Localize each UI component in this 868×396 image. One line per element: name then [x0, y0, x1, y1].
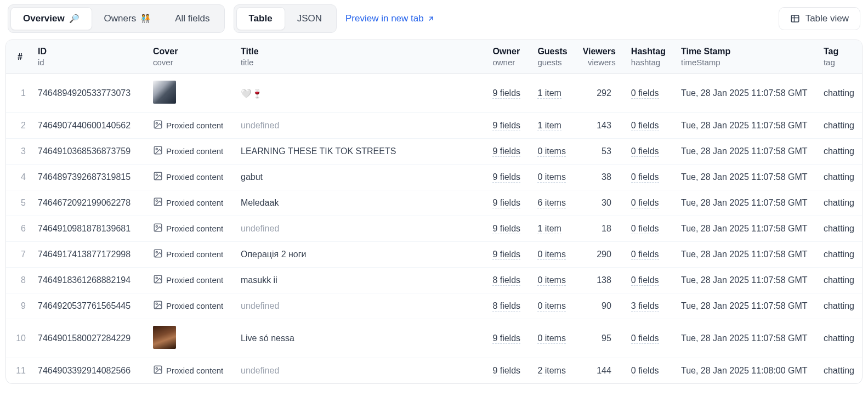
proxied-content-label: Proxied content	[166, 224, 223, 233]
hashtag-link[interactable]: 0 fields	[631, 333, 659, 344]
cell-title-text: undefined	[241, 121, 279, 130]
hashtag-link[interactable]: 3 fields	[631, 301, 659, 312]
cell-id: 7464920537761565445	[30, 293, 145, 319]
cell-guests: 0 items	[530, 319, 575, 358]
cell-viewers: 95	[575, 319, 623, 358]
column-header-id[interactable]: IDid	[30, 40, 145, 74]
owner-link[interactable]: 9 fields	[492, 88, 520, 99]
cell-guests: 0 items	[530, 242, 575, 268]
hashtag-link[interactable]: 0 fields	[631, 198, 659, 208]
column-sublabel: tag	[824, 58, 854, 67]
tab-all-fields[interactable]: All fields	[163, 7, 222, 30]
column-header-owner[interactable]: Ownerowner	[485, 40, 530, 74]
proxied-content-label: Proxied content	[166, 275, 223, 285]
column-header-tag[interactable]: Tagtag	[816, 40, 862, 74]
owner-link[interactable]: 9 fields	[492, 198, 520, 208]
cell-id: 7464897392687319815	[30, 165, 145, 190]
hashtag-link[interactable]: 0 fields	[631, 88, 659, 99]
column-label: Tag	[824, 47, 854, 56]
guests-link[interactable]: 0 items	[537, 250, 566, 260]
broken-image-icon	[153, 223, 163, 234]
broken-image-placeholder: Proxied content	[153, 197, 223, 208]
hashtag-link[interactable]: 0 fields	[631, 224, 659, 234]
guests-link[interactable]: 0 items	[537, 146, 566, 157]
tab-json[interactable]: JSON	[285, 7, 334, 30]
hashtag-link[interactable]: 0 fields	[631, 146, 659, 157]
column-header-viewers[interactable]: Viewersviewers	[575, 40, 623, 74]
guests-link[interactable]: 0 items	[537, 301, 566, 312]
owner-link[interactable]: 9 fields	[492, 333, 520, 344]
guests-link[interactable]: 0 items	[537, 333, 566, 344]
preview-link[interactable]: Preview in new tab	[345, 13, 435, 24]
broken-image-icon	[153, 300, 163, 312]
svg-rect-0	[791, 15, 799, 22]
cell-id: 7464910368536873759	[30, 139, 145, 165]
column-header-guests[interactable]: Guestsguests	[530, 40, 575, 74]
owner-link[interactable]: 9 fields	[492, 172, 520, 183]
column-header-index[interactable]: #	[6, 40, 30, 74]
owner-link[interactable]: 9 fields	[492, 366, 520, 376]
broken-image-placeholder: Proxied content	[153, 248, 223, 260]
row-number: 9	[6, 293, 30, 319]
table-row[interactable]: 67464910981878139681Proxied contentundef…	[6, 216, 862, 242]
tab-label: Table	[249, 13, 273, 24]
proxied-content-label: Proxied content	[166, 121, 223, 130]
guests-link[interactable]: 1 item	[537, 88, 561, 99]
table-row[interactable]: 37464910368536873759Proxied contentLEARN…	[6, 139, 862, 165]
table-row[interactable]: 87464918361268882194Proxied contentmasuk…	[6, 268, 862, 293]
guests-link[interactable]: 0 items	[537, 275, 566, 286]
table-row[interactable]: 17464894920533773073🤍🍷9 fields1 item2920…	[6, 74, 862, 113]
guests-link[interactable]: 0 items	[537, 172, 566, 183]
tab-overview[interactable]: Overview🔎	[10, 7, 92, 30]
owner-link[interactable]: 8 fields	[492, 301, 520, 312]
table-row[interactable]: 97464920537761565445Proxied contentundef…	[6, 293, 862, 319]
hashtag-link[interactable]: 0 fields	[631, 366, 659, 376]
row-number: 4	[6, 165, 30, 190]
guests-link[interactable]: 1 item	[537, 224, 561, 234]
owner-link[interactable]: 9 fields	[492, 146, 520, 157]
cell-guests: 1 item	[530, 113, 575, 139]
owner-link[interactable]: 9 fields	[492, 121, 520, 131]
table-row[interactable]: 47464897392687319815Proxied contentgabut…	[6, 165, 862, 190]
cell-title-text: LEARNING THESE TIK TOK STREETS	[241, 146, 396, 156]
hashtag-link[interactable]: 0 fields	[631, 172, 659, 183]
cell-tag: chatting	[816, 139, 862, 165]
hashtag-link[interactable]: 0 fields	[631, 121, 659, 131]
table-row[interactable]: 57464672092199062278Proxied contentMeled…	[6, 190, 862, 216]
cell-owner: 9 fields	[485, 165, 530, 190]
guests-link[interactable]: 2 items	[537, 366, 566, 376]
tab-table[interactable]: Table	[236, 7, 285, 30]
table-row[interactable]: 107464901580027284229Live só nessa9 fiel…	[6, 319, 862, 358]
cell-tag: chatting	[816, 113, 862, 139]
table-row[interactable]: 77464917413877172998Proxied contentОпера…	[6, 242, 862, 268]
broken-image-icon	[153, 248, 163, 260]
cell-owner: 8 fields	[485, 293, 530, 319]
column-header-hashtag[interactable]: Hashtaghashtag	[623, 40, 673, 74]
owner-link[interactable]: 9 fields	[492, 250, 520, 260]
cell-hashtag: 0 fields	[623, 358, 673, 384]
cell-guests: 2 items	[530, 358, 575, 384]
cell-viewers: 143	[575, 113, 623, 139]
cell-tag: chatting	[816, 268, 862, 293]
cell-title-text: Meledaak	[241, 198, 279, 207]
cell-hashtag: 0 fields	[623, 190, 673, 216]
table-row[interactable]: 117464903392914082566Proxied contentunde…	[6, 358, 862, 384]
column-header-cover[interactable]: Covercover	[145, 40, 233, 74]
row-number: 5	[6, 190, 30, 216]
cell-owner: 9 fields	[485, 216, 530, 242]
hashtag-link[interactable]: 0 fields	[631, 250, 659, 260]
row-number: 10	[6, 319, 30, 358]
cell-timestamp: Tue, 28 Jan 2025 11:07:58 GMT	[673, 319, 816, 358]
owner-link[interactable]: 9 fields	[492, 224, 520, 234]
table-row[interactable]: 27464907440600140562Proxied contentundef…	[6, 113, 862, 139]
row-number: 1	[6, 74, 30, 113]
column-header-title[interactable]: Titletitle	[233, 40, 485, 74]
guests-link[interactable]: 6 items	[537, 198, 566, 208]
table-view-button[interactable]: Table view	[779, 7, 860, 30]
owner-link[interactable]: 8 fields	[492, 275, 520, 286]
hashtag-link[interactable]: 0 fields	[631, 275, 659, 286]
tab-owners[interactable]: Owners🧑‍🤝‍🧑	[92, 7, 163, 30]
guests-link[interactable]: 1 item	[537, 121, 561, 131]
column-header-timeStamp[interactable]: Time StamptimeStamp	[673, 40, 816, 74]
cell-title-text: 🤍🍷	[241, 89, 263, 98]
